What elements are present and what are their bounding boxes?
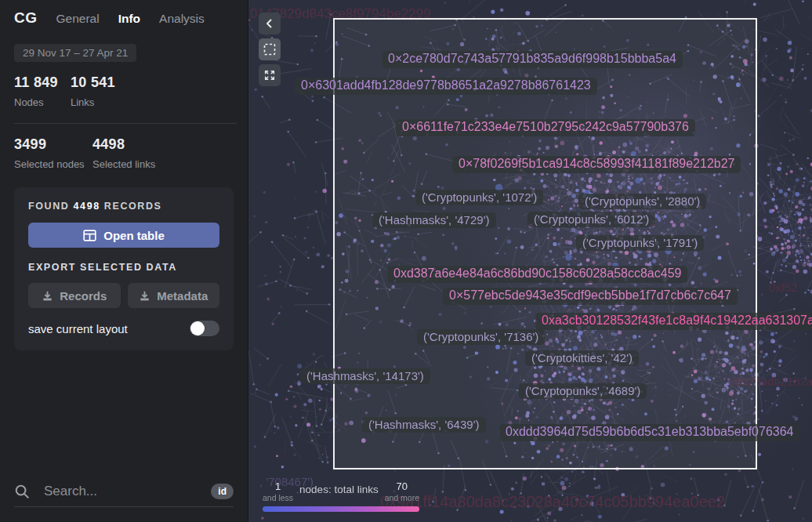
save-layout-row: save current layout: [28, 321, 219, 336]
tab-analysis[interactable]: Analysis: [159, 12, 205, 26]
graph-node-label[interactable]: 0×6611fe71c233e4e7510b2795c242c9a57790b3…: [396, 119, 695, 136]
graph-node-label[interactable]: ('Cryptopunks', '1791'): [576, 235, 704, 251]
selected-nodes: 3499 Selected nodes: [14, 136, 92, 170]
found-prefix: FOUND: [28, 201, 69, 212]
graph-node-label[interactable]: 0×2ce780d7c743a57791b835a9d6f998b15bbba5…: [382, 51, 683, 68]
export-buttons-row: Records Metadata: [28, 283, 219, 308]
selection-row: 3499 Selected nodes 4498 Selected links: [14, 136, 234, 170]
collapse-panel-button[interactable]: [259, 13, 281, 34]
download-icon: [139, 290, 150, 302]
links-total-label: Links: [71, 96, 115, 108]
legend-gradient-bar: [263, 506, 419, 512]
table-icon: [83, 230, 96, 241]
graph-node-label[interactable]: 0xddd3964d75d59b6b6d5c31eb313bba5ebf0763…: [499, 424, 799, 441]
chevron-left-icon: [263, 17, 276, 30]
graph-area: 1 and less nodes: total links 70 and mor…: [248, 0, 812, 522]
sidebar-divider: [14, 123, 237, 124]
legend-max-caption: and more: [385, 493, 419, 502]
date-range-badge[interactable]: 29 Nov 17 – 27 Apr 21: [14, 44, 136, 62]
search-field-badge[interactable]: id: [211, 484, 234, 499]
found-records-heading: FOUND 4498 RECORDS: [28, 201, 219, 212]
marquee-selection-icon: [263, 42, 277, 56]
header-row: CG General Info Analysis: [14, 0, 234, 27]
open-table-label: Open table: [103, 229, 165, 242]
nodes-total-label: Nodes: [14, 96, 71, 108]
search-input[interactable]: [42, 483, 199, 500]
nodes-total-value: 11 849: [14, 74, 71, 91]
graph-node-label[interactable]: ('Hashmasks', '6439'): [362, 417, 486, 433]
legend-max: 70 and more: [385, 480, 419, 502]
viz-toolbar: [259, 13, 281, 86]
save-layout-toggle[interactable]: [190, 321, 219, 336]
graph-node-label[interactable]: 0xd387a6e4e84a6c86bd90c158c6028a58cc8ac4…: [387, 266, 687, 283]
search-row: id: [14, 483, 234, 500]
graph-node-label[interactable]: 0×6301add4fb128de9778b8651a2a9278b867614…: [295, 78, 597, 95]
found-suffix: RECORDS: [104, 201, 162, 212]
download-icon: [42, 290, 53, 302]
records-panel: FOUND 4498 RECORDS Open table EXPORT SEL…: [14, 187, 234, 350]
export-records-label: Records: [60, 289, 107, 303]
legend-title: nodes: total links: [299, 484, 379, 502]
sidebar: CG General Info Analysis 29 Nov 17 – 27 …: [0, 0, 248, 522]
links-total: 10 541 Links: [71, 74, 115, 108]
tab-info[interactable]: Info: [118, 12, 140, 26]
legend-min-caption: and less: [263, 493, 293, 502]
export-metadata-button[interactable]: Metadata: [128, 283, 220, 308]
graph-node-label[interactable]: ('Hashmasks', '14173'): [300, 368, 430, 384]
marquee-select-button[interactable]: [259, 38, 281, 60]
graph-node-label[interactable]: ('Cryptopunks', '4689'): [519, 383, 647, 399]
legend-labels: 1 and less nodes: total links 70 and mor…: [263, 480, 419, 502]
export-records-button[interactable]: Records: [28, 283, 121, 308]
totals-row: 11 849 Nodes 10 541 Links: [14, 74, 234, 108]
selected-nodes-label: Selected nodes: [14, 158, 92, 170]
export-metadata-label: Metadata: [157, 289, 208, 303]
graph-node-label[interactable]: ('Cryptopunks', '6012'): [527, 212, 655, 227]
fit-view-button[interactable]: [259, 64, 281, 86]
search-divider: [14, 506, 234, 507]
links-total-value: 10 541: [71, 74, 115, 91]
found-count: 4498: [74, 201, 100, 212]
graph-node-label[interactable]: ('Cryptokitties', '42'): [525, 350, 639, 366]
graph-node-label[interactable]: ('Hashmasks', '4729'): [372, 212, 496, 228]
selected-links-value: 4498: [92, 136, 155, 153]
open-table-button[interactable]: Open table: [28, 223, 219, 248]
graph-node-label[interactable]: ('Cryptopunks', '7136'): [417, 329, 545, 345]
graph-node-label[interactable]: 0xa3cb30128532f43fe1c8a9f4c19422aa631307…: [535, 313, 812, 330]
app-logo: CG: [14, 9, 38, 27]
legend-min: 1 and less: [263, 480, 293, 502]
selected-nodes-value: 3499: [14, 136, 92, 153]
toggle-knob: [190, 321, 205, 335]
save-layout-label: save current layout: [28, 322, 128, 335]
search-icon: [14, 484, 31, 500]
tab-general[interactable]: General: [56, 12, 100, 26]
legend-max-value: 70: [385, 480, 419, 492]
selected-links-label: Selected links: [92, 158, 155, 170]
graph-node-label[interactable]: ('Cryptopunks', '2880'): [578, 194, 706, 209]
legend-min-value: 1: [263, 480, 293, 492]
app-window: CG General Info Analysis 29 Nov 17 – 27 …: [0, 0, 812, 522]
graph-node-label[interactable]: 0×577ebc5de943e35cdf9ecb5bbe1f7d7cb6c7c6…: [443, 288, 738, 305]
links-legend: 1 and less nodes: total links 70 and mor…: [263, 480, 419, 512]
fit-view-icon: [263, 69, 276, 82]
selected-links: 4498 Selected links: [92, 136, 155, 170]
graph-node-label[interactable]: 0×78f0269f5b1ca914c8c58993f41181f89e212b…: [452, 156, 741, 173]
nodes-total: 11 849 Nodes: [14, 74, 71, 108]
graph-node-label[interactable]: ('Cryptopunks', '1072'): [415, 190, 543, 205]
export-heading: EXPORT SELECTED DATA: [28, 262, 219, 273]
